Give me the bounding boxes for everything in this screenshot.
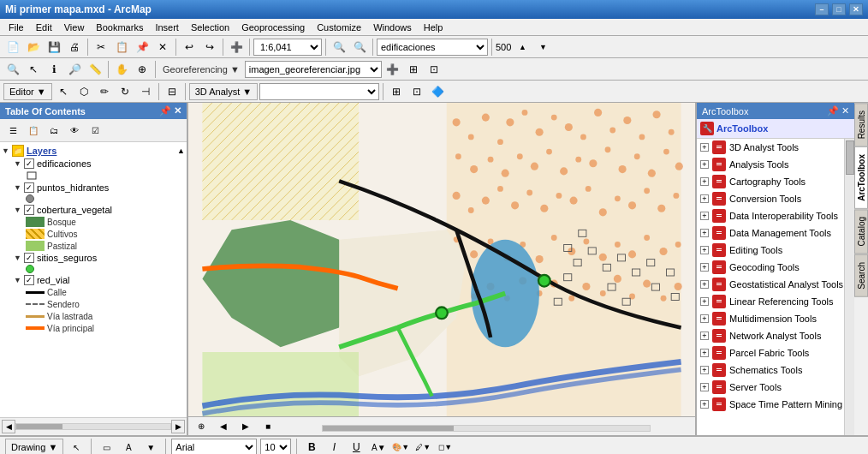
toolbox-item-geostatistical-analyst-tools[interactable]: +Geostatistical Analyst Tools [697, 276, 854, 293]
georef-tool1-button[interactable]: ⊞ [404, 60, 423, 79]
scale-dropdown[interactable]: 1:6,041 [253, 39, 322, 56]
toolbox-expand-15[interactable]: + [700, 400, 709, 409]
redvial-expand[interactable]: ▼ [14, 276, 21, 284]
toolbox-expand-14[interactable]: + [700, 383, 709, 391]
maximize-button[interactable]: □ [832, 3, 846, 15]
toolbox-expand-12[interactable]: + [700, 349, 709, 357]
find-button[interactable]: 🔎 [65, 60, 84, 79]
toolbox-expand-10[interactable]: + [700, 314, 709, 323]
map-stop-btn[interactable]: ■ [259, 417, 277, 436]
cobertura-checkbox[interactable] [24, 205, 34, 215]
shadow-button[interactable]: ◻▼ [436, 438, 455, 454]
georef-label[interactable]: Georeferencing ▼ [159, 64, 243, 75]
draw-rect-btn[interactable]: ▭ [97, 438, 116, 454]
toolbox-expand-13[interactable]: + [700, 366, 709, 374]
identify-button[interactable]: ℹ [45, 60, 63, 79]
toolbox-item-parcel-fabric-tools[interactable]: +Parcel Fabric Tools [697, 344, 854, 361]
menu-selection[interactable]: Selection [186, 21, 235, 34]
cobertura-expand[interactable]: ▼ [14, 206, 21, 214]
toc-list-view-button[interactable]: ☰ [3, 121, 22, 140]
sitios-expand[interactable]: ▼ [14, 254, 21, 262]
underline-button[interactable]: U [347, 438, 366, 454]
analyst-select[interactable] [259, 83, 379, 100]
toolbox-item-cartography-tools[interactable]: +Cartography Tools [697, 173, 854, 190]
toc-scrollbar[interactable] [15, 423, 171, 430]
paste-button[interactable]: 📌 [133, 38, 152, 57]
toolbox-item-analysis-tools[interactable]: +Analysis Tools [697, 156, 854, 173]
toolbox-expand-7[interactable]: + [700, 263, 709, 272]
zoom-out-button[interactable]: 🔍 [350, 38, 369, 57]
edit-tool-button[interactable]: ↖ [54, 82, 73, 101]
undo-button[interactable]: ↩ [180, 38, 199, 57]
save-button[interactable]: 💾 [45, 38, 63, 57]
edificaciones-checkbox[interactable] [24, 158, 34, 169]
toolbox-item-conversion-tools[interactable]: +Conversion Tools [697, 190, 854, 207]
layer-dropdown[interactable]: edificaciones [377, 39, 488, 56]
minimize-button[interactable]: – [815, 3, 829, 15]
draw-down-btn[interactable]: ▼ [141, 438, 160, 454]
scale-up-button[interactable]: ▲ [513, 38, 532, 57]
toolbox-expand-6[interactable]: + [700, 246, 709, 254]
redvial-checkbox[interactable] [24, 275, 34, 285]
toolbox-item-geocoding-tools[interactable]: +Geocoding Tools [697, 259, 854, 276]
menu-bookmarks[interactable]: Bookmarks [91, 21, 148, 34]
toolbox-expand-11[interactable]: + [700, 332, 709, 340]
new-button[interactable]: 📄 [3, 38, 22, 57]
navigate-button[interactable]: 🔍 [3, 60, 22, 79]
tab-arctoolbox[interactable]: ArcToolbox [854, 146, 868, 209]
redo-button[interactable]: ↪ [200, 38, 219, 57]
toc-close-icon[interactable]: ✕ [174, 105, 181, 116]
toolbox-expand-9[interactable]: + [700, 297, 709, 306]
tab-search[interactable]: Search [854, 254, 868, 297]
toc-source-view-button[interactable]: 🗂 [45, 121, 63, 140]
cut-button[interactable]: ✂ [92, 38, 110, 57]
select-button[interactable]: ↖ [24, 60, 43, 79]
font-size-dropdown[interactable]: 10 [260, 439, 291, 454]
menu-customize[interactable]: Customize [312, 21, 366, 34]
hidrantes-expand[interactable]: ▼ [14, 183, 21, 192]
toc-visi-view-button[interactable]: 👁 [65, 121, 84, 140]
scale-down-button[interactable]: ▼ [533, 38, 552, 57]
italic-button[interactable]: I [324, 438, 343, 454]
font-dropdown[interactable]: Arial [171, 439, 257, 454]
editor-dropdown-button[interactable]: Editor ▼ [3, 83, 52, 100]
toolbox-expand-3[interactable]: + [700, 194, 709, 203]
toc-pin-icon[interactable]: 📌 [159, 105, 171, 116]
rotate-button[interactable]: ↻ [116, 82, 134, 101]
toc-scroll-left[interactable]: ◀ [2, 420, 15, 433]
map-canvas[interactable]: ⊕ ◀ ▶ ■ [188, 103, 697, 435]
menu-view[interactable]: View [59, 21, 90, 34]
delete-button[interactable]: ✕ [153, 38, 172, 57]
sitios-label[interactable]: sitios_seguros [37, 253, 97, 263]
toolbox-item-linear-referencing-tools[interactable]: +Linear Referencing Tools [697, 293, 854, 310]
arctoolbox-close-icon[interactable]: ✕ [841, 105, 849, 116]
toolbox-item-editing-tools[interactable]: +Editing Tools [697, 242, 854, 259]
edificaciones-expand[interactable]: ▼ [14, 159, 21, 168]
toolbox-expand-4[interactable]: + [700, 212, 709, 220]
tab-results[interactable]: Results [854, 103, 868, 146]
menu-windows[interactable]: Windows [368, 21, 417, 34]
menu-file[interactable]: File [3, 21, 29, 34]
toolbox-item-space-time-pattern-mining[interactable]: +Space Time Pattern Mining [697, 396, 854, 413]
analyst-dropdown-button[interactable]: 3D Analyst ▼ [189, 83, 259, 100]
window-controls[interactable]: – □ ✕ [815, 3, 863, 15]
toolbox-item-schematics-tools[interactable]: +Schematics Tools [697, 361, 854, 379]
cobertura-label[interactable]: cobertura_vegetal [37, 205, 112, 215]
attr-button[interactable]: ⊟ [163, 82, 181, 101]
close-button[interactable]: ✕ [849, 3, 863, 15]
georef-tool2-button[interactable]: ⊡ [425, 60, 443, 79]
menu-help[interactable]: Help [419, 21, 449, 34]
pan-button[interactable]: ✋ [112, 60, 131, 79]
map-zoom-btn[interactable]: ⊕ [192, 417, 211, 436]
zoom-extent-button[interactable]: ⊕ [133, 60, 152, 79]
layers-expand-arrow[interactable]: ▼ [2, 146, 9, 155]
menu-geoprocessing[interactable]: Geoprocessing [236, 21, 310, 34]
scroll-up-btn[interactable]: ▲ [177, 146, 185, 155]
toc-scroll-right[interactable]: ▶ [171, 420, 185, 433]
line-color-button[interactable]: 🖊▼ [413, 438, 432, 454]
measure-button[interactable]: 📏 [86, 60, 104, 79]
zoom-in-button[interactable]: 🔍 [330, 38, 348, 57]
analyst-tool2[interactable]: ⊡ [407, 82, 426, 101]
georef-image-dropdown[interactable]: imagen_georeferenciar.jpg [245, 61, 382, 78]
arctoolbox-pin-icon[interactable]: 📌 [827, 105, 839, 116]
